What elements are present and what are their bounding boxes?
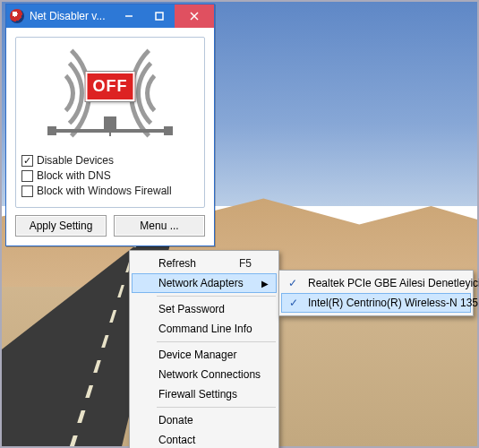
menu-item-network-adapters[interactable]: Network Adapters▶ (132, 273, 277, 293)
chevron-right-icon: ▶ (261, 279, 269, 289)
checkbox-block-firewall[interactable]: Block with Windows Firewall (21, 185, 199, 197)
menu-separator (157, 341, 276, 342)
close-button[interactable] (175, 4, 214, 28)
adapters-submenu: ✓ Realtek PCIe GBE Ailesi Denetleyici ✓ … (278, 270, 474, 316)
apply-button[interactable]: Apply Setting (15, 215, 107, 237)
menu-separator (157, 407, 276, 408)
checkbox-label: Disable Devices (37, 154, 114, 167)
check-icon (21, 170, 33, 182)
window-title: Net Disabler v... (30, 10, 105, 22)
check-icon: ✓ (21, 155, 33, 167)
menu-item-command-line-info[interactable]: Command Line Info (132, 319, 277, 339)
checkmark-icon: ✓ (288, 277, 297, 289)
maximize-button[interactable] (144, 4, 175, 28)
menu-item-firewall-settings[interactable]: Firewall Settings (132, 384, 277, 404)
titlebar[interactable]: Net Disabler v... (6, 4, 214, 28)
menu-item-network-connections[interactable]: Network Connections (132, 365, 277, 384)
main-panel: OFF ✓ Disable Devices Block with DNS Blo… (15, 37, 205, 208)
checkbox-disable-devices[interactable]: ✓ Disable Devices (21, 154, 199, 167)
menu-separator (157, 296, 276, 297)
menu-item-donate[interactable]: Donate (132, 410, 277, 430)
checkbox-label: Block with Windows Firewall (37, 185, 172, 197)
menu-item-refresh[interactable]: RefreshF5 (132, 254, 277, 273)
app-icon (10, 9, 24, 23)
menu-item-set-password[interactable]: Set Password (132, 299, 277, 319)
app-window: Net Disabler v... OFF (5, 4, 215, 246)
menu-button[interactable]: Menu ... (114, 215, 205, 237)
menu-item-device-manager[interactable]: Device Manager (132, 345, 277, 365)
checkbox-block-dns[interactable]: Block with DNS (21, 169, 199, 182)
adapter-item-intel[interactable]: ✓ Intel(R) Centrino(R) Wireless-N 135 (281, 293, 471, 313)
checkmark-icon: ✓ (289, 297, 298, 309)
svg-rect-1 (156, 13, 163, 20)
off-badge: OFF (86, 72, 135, 101)
context-menu: RefreshF5 Network Adapters▶ Set Password… (129, 250, 279, 448)
minimize-button[interactable] (114, 4, 144, 28)
signal-off-graphic: OFF (21, 47, 199, 145)
adapter-item-realtek[interactable]: ✓ Realtek PCIe GBE Ailesi Denetleyici (281, 273, 471, 293)
checkbox-label: Block with DNS (37, 169, 111, 182)
check-icon (21, 185, 33, 197)
menu-item-contact[interactable]: Contact (132, 430, 277, 448)
